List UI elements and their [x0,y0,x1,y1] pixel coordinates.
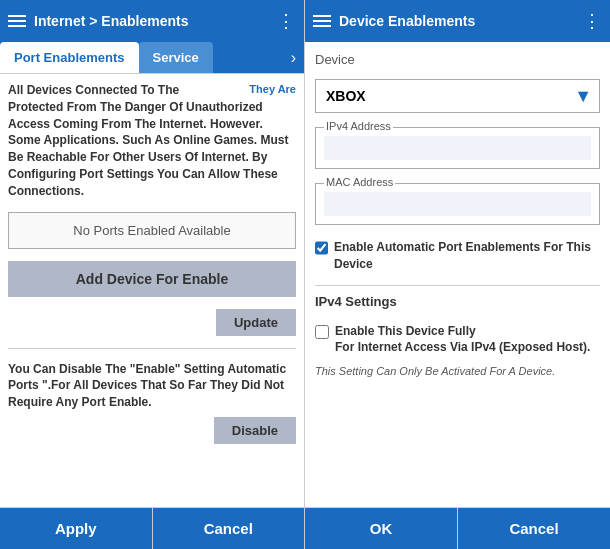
ipv4-address-field-group: IPv4 Address [315,127,600,169]
disable-button[interactable]: Disable [214,417,296,444]
dots-icon[interactable]: ⋮ [277,10,296,32]
they-are-link[interactable]: They Are [249,82,296,97]
ipv4-settings-title: IPv4 Settings [315,285,600,309]
mac-address-input[interactable] [324,192,591,216]
chevron-right-icon[interactable]: › [283,49,304,67]
ipv4-address-input[interactable] [324,136,591,160]
auto-enable-checkbox[interactable] [315,241,328,255]
ipv4-sub-label: For Internet Access Via IPv4 (Exposed Ho… [335,340,590,354]
right-hamburger-icon[interactable] [313,15,331,27]
hamburger-icon[interactable] [8,15,26,27]
no-ports-label: No Ports Enabled Available [73,223,230,238]
ipv4-note: This Setting Can Only Be Activated For A… [315,364,600,379]
left-body: All Devices Connected To The They Are Pr… [0,74,304,507]
right-header-title: Device Enablements [339,13,575,29]
mac-address-field-group: MAC Address [315,183,600,225]
auto-enable-row: Enable Automatic Port Enablements For Th… [315,239,600,273]
ipv4-address-label: IPv4 Address [324,120,393,132]
apply-button[interactable]: Apply [0,508,153,549]
device-select[interactable]: XBOX PC PlayStation Other [315,79,600,113]
ipv4-enable-checkbox[interactable] [315,325,329,339]
info-text-line2: Protected From The Danger Of Unauthorize… [8,100,289,198]
auto-enable-label: Enable Automatic Port Enablements For Th… [334,239,600,273]
update-button[interactable]: Update [216,309,296,336]
left-header: Internet > Enablements ⋮ [0,0,304,42]
ipv4-enable-row: Enable This Device Fully For Internet Ac… [315,323,600,357]
right-footer: OK Cancel [305,507,610,549]
info-text-line1: All Devices Connected To The [8,83,179,97]
no-ports-box: No Ports Enabled Available [8,212,296,249]
left-header-title: Internet > Enablements [34,13,269,29]
left-footer: Apply Cancel [0,507,304,549]
right-panel: Device Enablements ⋮ Device XBOX PC Play… [305,0,610,549]
tabs-row: Port Enablements Service › [0,42,304,74]
tab-service[interactable]: Service [139,42,213,73]
cancel-button[interactable]: Cancel [153,508,305,549]
disable-section: You Can Disable The "Enable" Setting Aut… [8,361,296,444]
ipv4-enable-label: Enable This Device Fully For Internet Ac… [335,323,590,357]
device-section-label: Device [315,52,600,67]
ok-button[interactable]: OK [305,508,458,549]
info-text-block: All Devices Connected To The They Are Pr… [8,82,296,200]
mac-address-label: MAC Address [324,176,395,188]
right-header: Device Enablements ⋮ [305,0,610,42]
right-body: Device XBOX PC PlayStation Other ▼ IPv4 … [305,42,610,507]
tab-port-enablements[interactable]: Port Enablements [0,42,139,73]
disable-info-text: You Can Disable The "Enable" Setting Aut… [8,362,286,410]
right-cancel-button[interactable]: Cancel [458,508,610,549]
divider [8,348,296,349]
update-row: Update [8,305,296,336]
add-device-button[interactable]: Add Device For Enable [8,261,296,297]
disable-row: Disable [8,417,296,444]
right-dots-icon[interactable]: ⋮ [583,10,602,32]
left-panel: Internet > Enablements ⋮ Port Enablement… [0,0,305,549]
device-select-wrapper: XBOX PC PlayStation Other ▼ [315,79,600,113]
